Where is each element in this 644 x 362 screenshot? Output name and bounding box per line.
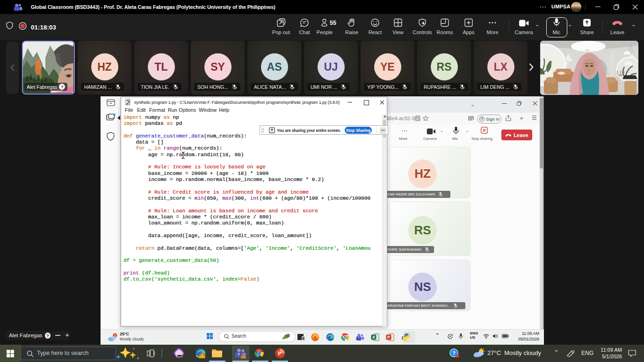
svg-text:T: T [358, 336, 360, 339]
svg-text:?: ? [452, 350, 456, 356]
svg-text:P: P [278, 350, 281, 357]
svg-text:!: ! [243, 355, 244, 358]
svg-text:P: P [387, 335, 390, 340]
svg-text:T: T [238, 352, 240, 356]
svg-text:M365: M365 [177, 356, 182, 358]
svg-text:X: X [372, 335, 375, 340]
